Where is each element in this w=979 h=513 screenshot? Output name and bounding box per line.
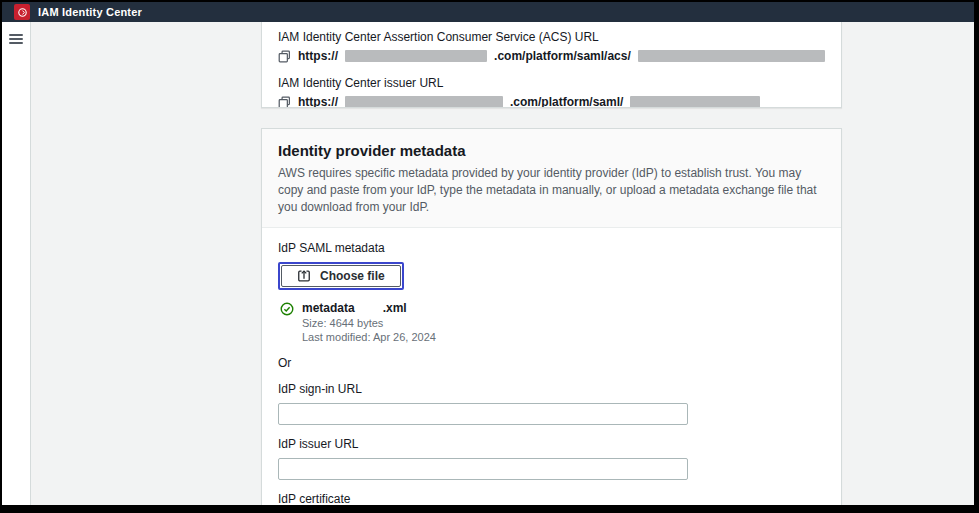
card-header: Identity provider metadata AWS requires … <box>262 129 841 228</box>
redacted-text <box>630 96 760 108</box>
identity-provider-metadata-card: Identity provider metadata AWS requires … <box>261 128 842 505</box>
issuer-url-row: https:// .com/platform/saml/ <box>278 95 825 108</box>
issuer-url-label: IAM Identity Center issuer URL <box>278 76 825 90</box>
certificate-group: IdP certificate Choose file <box>278 492 825 505</box>
redacted-text <box>355 303 383 313</box>
acs-url-mid: .com/platform/saml/acs/ <box>494 49 631 63</box>
idp-issuer-url-label: IdP issuer URL <box>278 437 825 451</box>
acs-url-row: https:// .com/platform/saml/acs/ <box>278 49 825 63</box>
redacted-text <box>638 50 825 62</box>
file-name: metadata .xml <box>302 301 436 315</box>
copy-icon[interactable] <box>278 50 291 63</box>
file-last-modified: Last modified: Apr 26, 2024 <box>302 331 436 343</box>
certificate-label: IdP certificate <box>278 492 825 505</box>
issuer-url-mid: .com/platform/saml/ <box>510 95 623 108</box>
idp-issuer-url-group: IdP issuer URL <box>278 437 825 480</box>
saml-metadata-label: IdP SAML metadata <box>278 241 825 255</box>
card-description: AWS requires specific metadata provided … <box>278 165 825 216</box>
iam-identity-center-logo-icon <box>14 4 30 20</box>
redacted-text <box>345 50 487 62</box>
redacted-text <box>345 96 503 108</box>
check-circle-icon <box>280 302 294 343</box>
signin-url-group: IdP sign-in URL <box>278 382 825 425</box>
file-name-prefix: metadata <box>302 301 355 315</box>
main-content: IAM Identity Center Assertion Consumer S… <box>261 22 842 505</box>
sso-urls-card: IAM Identity Center Assertion Consumer S… <box>261 22 842 108</box>
sidebar <box>2 22 31 505</box>
signin-url-input[interactable] <box>278 403 688 425</box>
acs-url-prefix: https:// <box>298 49 338 63</box>
issuer-url-prefix: https:// <box>298 95 338 108</box>
app-title: IAM Identity Center <box>38 6 142 18</box>
file-name-suffix: .xml <box>383 301 407 315</box>
hamburger-menu-icon[interactable] <box>9 34 23 44</box>
card-title: Identity provider metadata <box>278 142 825 159</box>
file-size: Size: 4644 bytes <box>302 317 436 329</box>
acs-url-label: IAM Identity Center Assertion Consumer S… <box>278 30 825 44</box>
choose-file-metadata-button[interactable]: Choose file <box>281 265 401 287</box>
or-separator-label: Or <box>278 356 825 370</box>
file-details: metadata .xml Size: 4644 bytes Last modi… <box>302 301 436 343</box>
upload-icon <box>297 269 311 283</box>
console-screen: IAM Identity Center IAM Identity Center … <box>2 2 974 505</box>
annotation-highlight-box: Choose file <box>278 262 404 290</box>
top-navigation-bar: IAM Identity Center <box>2 2 974 22</box>
screenshot-frame: IAM Identity Center IAM Identity Center … <box>0 0 979 513</box>
uploaded-file-status: metadata .xml Size: 4644 bytes Last modi… <box>280 301 825 343</box>
idp-issuer-url-input[interactable] <box>278 458 688 480</box>
signin-url-label: IdP sign-in URL <box>278 382 825 396</box>
copy-icon[interactable] <box>278 96 291 109</box>
choose-file-label: Choose file <box>320 269 385 283</box>
card-body: IdP SAML metadata Choose file <box>262 228 841 505</box>
